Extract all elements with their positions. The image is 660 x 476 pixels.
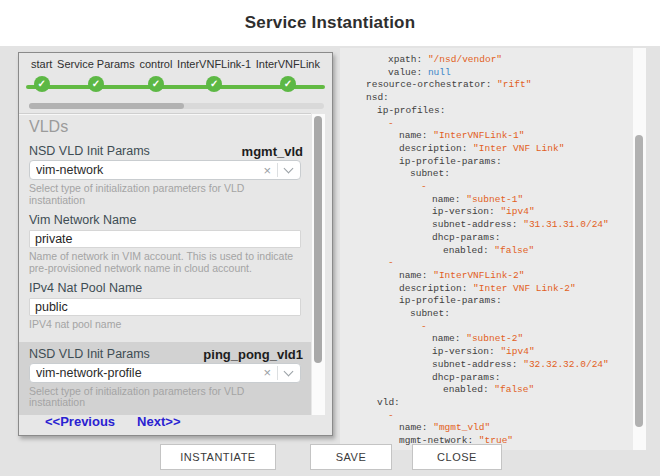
nsd-vld-init-params-select[interactable]: vim-network-profile ×: [29, 363, 301, 383]
scrollbar-thumb[interactable]: [29, 103, 184, 109]
vld-form-scroll-area: VLDs mgmt_vld NSD VLD Init Params vim-ne…: [19, 113, 311, 415]
input-parameters-panel: start Service Params control InterVNFLin…: [18, 52, 333, 436]
code-line: resource-orchestrator: "rift": [355, 79, 632, 92]
wizard-step-intervnflink[interactable]: InterVNFLink: [256, 57, 320, 92]
vld-group-mgmt-vld: mgmt_vld NSD VLD Init Params vim-network…: [19, 139, 311, 342]
next-link[interactable]: Next>>: [137, 414, 180, 429]
vim-network-name-input[interactable]: [29, 230, 301, 248]
step-label: control: [139, 57, 172, 71]
code-line: dhcp-params:: [355, 232, 632, 245]
field-helper: Select type of initialization parameters…: [29, 386, 301, 409]
ipv4-nat-pool-name-input[interactable]: [29, 298, 301, 316]
code-line: name: "InterVNFLink-2": [355, 270, 632, 283]
save-button[interactable]: SAVE: [310, 444, 392, 470]
code-line: -: [355, 181, 632, 194]
code-line: subnet:: [355, 308, 632, 321]
select-value: vim-network: [36, 163, 257, 177]
code-line: value: null: [355, 67, 632, 80]
code-line: description: "Inter VNF Link": [355, 143, 632, 156]
field-label: Vim Network Name: [29, 213, 301, 227]
select-divider: [277, 163, 278, 177]
code-line: -: [355, 410, 632, 423]
code-line: subnet-address: "31.31.31.0/24": [355, 219, 632, 232]
code-line: -: [355, 257, 632, 270]
chevron-down-icon[interactable]: [284, 164, 294, 174]
code-line: subnet-address: "32.32.32.0/24": [355, 359, 632, 372]
nsd-vld-init-params-select[interactable]: vim-network ×: [29, 160, 301, 180]
wizard-step-intervnflink-1[interactable]: InterVNFLink-1: [177, 57, 251, 92]
instantiate-button[interactable]: INSTANTIATE: [160, 444, 276, 470]
check-icon: [148, 76, 164, 92]
check-icon: [88, 76, 104, 92]
vld-group-ping-pong-vld1: ping_pong_vld1 NSD VLD Init Params vim-n…: [19, 342, 311, 416]
code-panel[interactable]: xpath: "/nsd/vendor"value: nullresource-…: [340, 48, 646, 450]
code-line: enabled: "false": [355, 245, 632, 258]
code-line: ip-profiles:: [355, 105, 632, 118]
yaml-preview: xpath: "/nsd/vendor"value: nullresource-…: [340, 48, 646, 448]
code-line: -: [355, 321, 632, 334]
code-line: vld:: [355, 397, 632, 410]
code-line: ip-profile-params:: [355, 295, 632, 308]
code-line: dhcp-params:: [355, 372, 632, 385]
code-line: xpath: "/nsd/vendor": [355, 54, 632, 67]
code-line: description: "Inter VNF Link-2": [355, 283, 632, 296]
code-line: name: "subnet-2": [355, 333, 632, 346]
code-line: subnet:: [355, 168, 632, 181]
wizard-step-control[interactable]: control: [139, 57, 172, 92]
code-line: ip-profile-params:: [355, 156, 632, 169]
check-icon: [280, 76, 296, 92]
close-button[interactable]: CLOSE: [412, 444, 502, 470]
code-line: name: "mgmt_vld": [355, 422, 632, 435]
step-label: InterVNFLink-1: [177, 57, 251, 71]
wizard-nav: <<Previous Next>>: [19, 414, 332, 429]
step-label: start: [31, 57, 52, 71]
title-bar: Service Instantiation: [0, 0, 660, 46]
chevron-down-icon[interactable]: [284, 366, 294, 376]
previous-link[interactable]: <<Previous: [45, 414, 115, 429]
code-line: name: "InterVNFLink-1": [355, 130, 632, 143]
wizard-horizontal-scrollbar[interactable]: [29, 103, 324, 109]
wizard-steps: start Service Params control InterVNFLin…: [19, 57, 332, 103]
vld-badge: ping_pong_vld1: [203, 347, 303, 362]
wizard-step-start[interactable]: start: [31, 57, 52, 92]
service-instantiation-dialog: Service Instantiation start Service Para…: [0, 0, 660, 476]
step-label: InterVNFLink: [256, 57, 320, 71]
scrollbar-thumb[interactable]: [635, 135, 643, 427]
wizard-step-service-params[interactable]: Service Params: [57, 57, 135, 92]
code-line: name: "subnet-1": [355, 194, 632, 207]
vlds-heading: VLDs: [19, 114, 311, 139]
check-icon: [206, 76, 222, 92]
code-line: -: [355, 118, 632, 131]
clear-icon[interactable]: ×: [257, 366, 277, 379]
code-line: ip-version: "ipv4": [355, 206, 632, 219]
page-title: Service Instantiation: [245, 13, 415, 33]
code-line: enabled: "false": [355, 384, 632, 397]
code-line: ip-version: "ipv4": [355, 346, 632, 359]
field-label: IPv4 Nat Pool Name: [29, 281, 301, 295]
code-vertical-scrollbar[interactable]: [633, 48, 646, 450]
step-label: Service Params: [57, 57, 135, 71]
field-helper: Name of network in VIM account. This is …: [29, 251, 301, 274]
form-vertical-scrollbar[interactable]: [312, 114, 325, 415]
code-line: nsd:: [355, 92, 632, 105]
scrollbar-thumb[interactable]: [314, 116, 322, 363]
select-divider: [277, 366, 278, 380]
select-value: vim-network-profile: [36, 366, 257, 380]
check-icon: [34, 76, 50, 92]
vld-badge: mgmt_vld: [242, 144, 303, 159]
field-helper: Select type of initialization parameters…: [29, 183, 301, 206]
field-helper: IPV4 nat pool name: [29, 319, 301, 331]
clear-icon[interactable]: ×: [257, 164, 277, 177]
